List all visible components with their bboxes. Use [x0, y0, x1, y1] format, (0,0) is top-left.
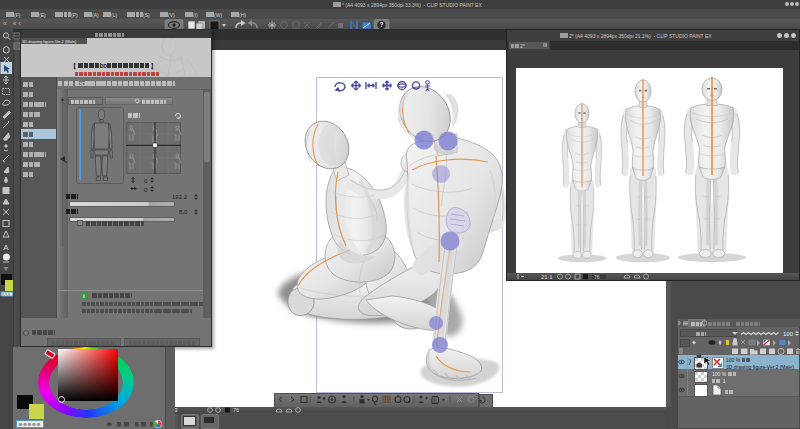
svg-text:0: 0	[144, 178, 148, 184]
svg-text:76: 76	[594, 274, 600, 280]
svg-text:0: 0	[144, 187, 148, 192]
svg-text:?: ?	[380, 21, 384, 28]
svg-text:A: A	[3, 243, 9, 252]
